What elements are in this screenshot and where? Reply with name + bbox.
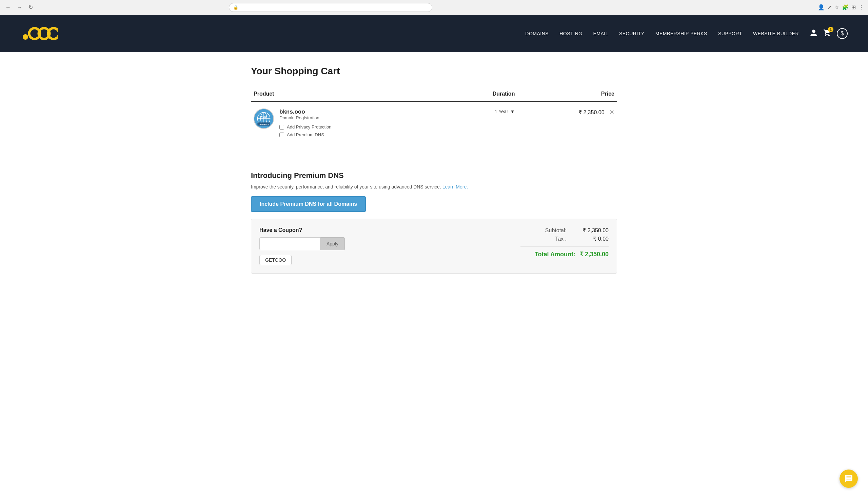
remove-item-button[interactable]: ✕ <box>609 108 614 116</box>
product-info: bkns.ooo Domain Registration Add Privacy… <box>279 108 332 140</box>
premium-dns-desc: Improve the security, performance, and r… <box>251 184 617 189</box>
nav-list-item-email: EMAIL <box>593 30 608 37</box>
forward-button[interactable]: → <box>16 3 24 12</box>
dns-label: Add Premium DNS <box>287 132 324 137</box>
tax-value: ₹ 0.00 <box>575 236 609 242</box>
nav-list-item-hosting: HOSTING <box>560 30 582 37</box>
coupon-section: Have a Coupon? Apply GETOOO <box>259 227 500 265</box>
product-header: Product <box>251 87 451 101</box>
nav-item-membership[interactable]: MEMBERSHIP PERKS <box>655 31 707 36</box>
total-row: Total Amount: ₹ 2,350.00 <box>521 250 609 258</box>
browser-chrome: ← → ↻ 🔒 buy.ooo/checkout.php 👤 ↗ ☆ 🧩 ⊞ ⋮ <box>0 0 868 15</box>
product-type: Domain Registration <box>279 115 332 120</box>
profile-icon[interactable]: 👤 <box>818 4 825 11</box>
learn-more-link[interactable]: Learn More. <box>443 184 468 189</box>
product-name: bkns.ooo <box>279 108 332 115</box>
nav-list-item-website_builder: WEBSITE BUILDER <box>753 30 799 37</box>
share-icon[interactable]: ↗ <box>827 4 832 11</box>
nav-item-website_builder[interactable]: WEBSITE BUILDER <box>753 31 799 36</box>
summary-section: Subtotal: ₹ 2,350.00 Tax : ₹ 0.00 Total … <box>521 227 609 258</box>
nav-list-item-security: SECURITY <box>619 30 645 37</box>
apply-coupon-button[interactable]: Apply <box>320 237 345 250</box>
cart-badge: 1 <box>828 27 833 32</box>
logo[interactable] <box>20 23 58 44</box>
tabs-icon[interactable]: ⊞ <box>851 4 856 11</box>
site-header: DOMAINSHOSTINGEMAILSECURITYMEMBERSHIP PE… <box>0 15 868 52</box>
coupon-label: Have a Coupon? <box>259 227 500 233</box>
coupon-suggestion-button[interactable]: GETOOO <box>259 255 292 265</box>
svg-text:DOMAINS: DOMAINS <box>259 123 269 126</box>
subtotal-row: Subtotal: ₹ 2,350.00 <box>521 227 609 234</box>
premium-dns-section: Introducing Premium DNS Improve the secu… <box>251 161 617 274</box>
total-label: Total Amount: <box>535 251 575 258</box>
tax-row: Tax : ₹ 0.00 <box>521 236 609 242</box>
main-content: Your Shopping Cart Product Duration Pric… <box>231 52 637 287</box>
duration-select[interactable]: 1 Year ▼ <box>495 109 515 114</box>
header-icons: 1 $ <box>810 28 848 39</box>
coupon-summary-box: Have a Coupon? Apply GETOOO Subtotal: ₹ … <box>251 219 617 274</box>
svg-point-0 <box>23 34 28 40</box>
bookmark-icon[interactable]: ☆ <box>834 4 839 11</box>
nav-item-domains[interactable]: DOMAINS <box>525 31 549 36</box>
nav-list-item-support: SUPPORT <box>718 30 742 37</box>
price-header: Price <box>517 87 617 101</box>
extension-icon[interactable]: 🧩 <box>842 4 849 11</box>
main-nav: DOMAINSHOSTINGEMAILSECURITYMEMBERSHIP PE… <box>525 30 799 37</box>
address-bar: 🔒 buy.ooo/checkout.php <box>229 3 432 12</box>
nav-list-item-domains: DOMAINS <box>525 30 549 37</box>
total-value: ₹ 2,350.00 <box>579 250 609 258</box>
premium-dns-title: Introducing Premium DNS <box>251 171 617 180</box>
nav-item-support[interactable]: SUPPORT <box>718 31 742 36</box>
duration-cell: 1 Year ▼ <box>451 101 518 147</box>
coupon-input-row: Apply <box>259 237 500 250</box>
subtotal-value: ₹ 2,350.00 <box>575 227 609 234</box>
coupon-input[interactable] <box>259 237 320 250</box>
include-dns-button[interactable]: Include Premium DNS for all Domains <box>251 196 366 212</box>
tax-label: Tax : <box>555 236 567 242</box>
nav-item-email[interactable]: EMAIL <box>593 31 608 36</box>
subtotal-label: Subtotal: <box>545 227 567 234</box>
menu-icon[interactable]: ⋮ <box>858 4 864 11</box>
dns-row: Add Premium DNS <box>279 132 332 137</box>
item-price: ₹ 2,350.00 <box>578 109 605 115</box>
duration-header: Duration <box>451 87 518 101</box>
nav-item-security[interactable]: SECURITY <box>619 31 645 36</box>
product-cell: WWW DOMAINS bkns.ooo Domain Registration <box>254 108 448 140</box>
domain-icon: WWW DOMAINS <box>254 108 274 129</box>
url-input[interactable]: buy.ooo/checkout.php <box>241 5 428 10</box>
page-title: Your Shopping Cart <box>251 66 617 77</box>
currency-icon[interactable]: $ <box>837 28 848 39</box>
cart-icon[interactable]: 1 <box>823 29 831 39</box>
privacy-label: Add Privacy Protection <box>287 124 332 130</box>
reload-button[interactable]: ↻ <box>27 3 34 12</box>
browser-actions: 👤 ↗ ☆ 🧩 ⊞ ⋮ <box>818 4 864 11</box>
privacy-checkbox[interactable] <box>279 125 284 130</box>
nav-list-item-membership: MEMBERSHIP PERKS <box>655 30 707 37</box>
cart-table: Product Duration Price <box>251 87 617 147</box>
svg-text:WWW: WWW <box>260 115 267 118</box>
nav-item-hosting[interactable]: HOSTING <box>560 31 582 36</box>
privacy-row: Add Privacy Protection <box>279 124 332 130</box>
chevron-down-icon: ▼ <box>510 109 515 114</box>
dns-checkbox[interactable] <box>279 133 284 137</box>
duration-value: 1 Year <box>495 109 508 114</box>
user-icon[interactable] <box>810 29 818 39</box>
logo-svg <box>20 23 58 44</box>
back-button[interactable]: ← <box>4 3 12 12</box>
lock-icon: 🔒 <box>233 5 238 10</box>
cart-row-1: WWW DOMAINS bkns.ooo Domain Registration <box>251 101 617 147</box>
summary-divider <box>521 246 609 247</box>
price-cell: ₹ 2,350.00 ✕ <box>517 101 617 147</box>
